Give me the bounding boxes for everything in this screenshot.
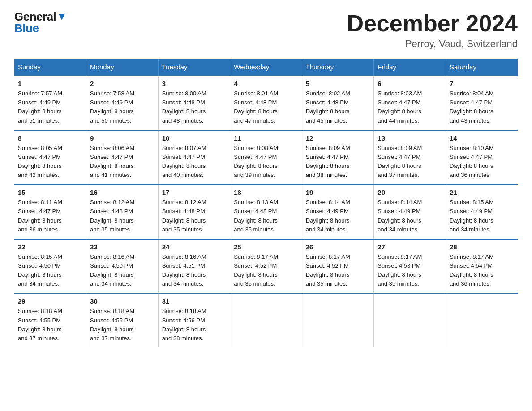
day-cell: 15 Sunrise: 8:11 AMSunset: 4:47 PMDaylig… (14, 184, 86, 239)
day-number: 8 (18, 134, 82, 142)
day-number: 31 (162, 297, 227, 305)
day-info: Sunrise: 8:02 AMSunset: 4:48 PMDaylight:… (306, 90, 350, 124)
day-number: 26 (306, 243, 370, 251)
day-number: 4 (234, 80, 298, 87)
week-row-1: 1 Sunrise: 7:57 AMSunset: 4:49 PMDayligh… (14, 76, 518, 130)
day-number: 30 (90, 297, 154, 305)
day-number: 1 (18, 80, 82, 87)
day-info: Sunrise: 8:17 AMSunset: 4:54 PMDaylight:… (450, 253, 494, 287)
calendar-table: SundayMondayTuesdayWednesdayThursdayFrid… (14, 59, 518, 347)
column-header-saturday: Saturday (446, 59, 518, 76)
day-number: 12 (306, 134, 370, 142)
day-cell: 24 Sunrise: 8:16 AMSunset: 4:51 PMDaylig… (158, 239, 230, 294)
logo-blue-text: Blue (14, 22, 67, 34)
week-row-5: 29 Sunrise: 8:18 AMSunset: 4:55 PMDaylig… (14, 293, 518, 347)
logo-triangle-icon (57, 12, 67, 22)
day-cell: 30 Sunrise: 8:18 AMSunset: 4:55 PMDaylig… (86, 293, 159, 347)
day-number: 3 (162, 80, 227, 87)
column-header-wednesday: Wednesday (230, 59, 302, 76)
day-cell: 29 Sunrise: 8:18 AMSunset: 4:55 PMDaylig… (14, 293, 86, 347)
day-info: Sunrise: 8:18 AMSunset: 4:56 PMDaylight:… (162, 308, 206, 341)
day-cell (230, 293, 302, 347)
day-info: Sunrise: 8:10 AMSunset: 4:47 PMDaylight:… (450, 145, 494, 178)
day-cell: 17 Sunrise: 8:12 AMSunset: 4:48 PMDaylig… (158, 184, 230, 239)
day-number: 28 (450, 243, 514, 251)
day-cell (302, 293, 374, 347)
day-cell: 26 Sunrise: 8:17 AMSunset: 4:52 PMDaylig… (302, 239, 374, 294)
day-number: 15 (18, 188, 82, 196)
day-cell: 22 Sunrise: 8:15 AMSunset: 4:50 PMDaylig… (14, 239, 86, 294)
day-cell: 1 Sunrise: 7:57 AMSunset: 4:49 PMDayligh… (14, 76, 86, 130)
day-info: Sunrise: 8:05 AMSunset: 4:47 PMDaylight:… (18, 145, 62, 178)
day-info: Sunrise: 8:12 AMSunset: 4:48 PMDaylight:… (90, 199, 134, 232)
day-cell: 12 Sunrise: 8:09 AMSunset: 4:47 PMDaylig… (302, 130, 374, 185)
day-number: 25 (234, 243, 298, 251)
day-cell: 14 Sunrise: 8:10 AMSunset: 4:47 PMDaylig… (446, 130, 518, 185)
day-cell: 16 Sunrise: 8:12 AMSunset: 4:48 PMDaylig… (86, 184, 159, 239)
day-cell: 25 Sunrise: 8:17 AMSunset: 4:52 PMDaylig… (230, 239, 302, 294)
day-number: 17 (162, 188, 227, 196)
day-info: Sunrise: 8:04 AMSunset: 4:47 PMDaylight:… (450, 90, 494, 124)
day-number: 16 (90, 188, 154, 196)
day-number: 7 (450, 80, 514, 87)
day-cell (446, 293, 518, 347)
day-info: Sunrise: 8:17 AMSunset: 4:53 PMDaylight:… (378, 253, 422, 287)
day-info: Sunrise: 8:09 AMSunset: 4:47 PMDaylight:… (378, 145, 422, 178)
day-info: Sunrise: 8:18 AMSunset: 4:55 PMDaylight:… (90, 308, 134, 341)
day-info: Sunrise: 8:16 AMSunset: 4:50 PMDaylight:… (90, 253, 134, 287)
day-info: Sunrise: 8:03 AMSunset: 4:47 PMDaylight:… (378, 90, 422, 124)
day-number: 13 (378, 134, 442, 142)
day-number: 21 (450, 188, 514, 196)
day-info: Sunrise: 8:08 AMSunset: 4:47 PMDaylight:… (234, 145, 278, 178)
day-number: 18 (234, 188, 298, 196)
day-number: 20 (378, 188, 442, 196)
day-info: Sunrise: 8:00 AMSunset: 4:48 PMDaylight:… (162, 90, 206, 124)
day-number: 24 (162, 243, 227, 251)
logo-general-text: General (14, 11, 56, 22)
title-block: December 2024 Perroy, Vaud, Switzerland (347, 11, 518, 50)
day-info: Sunrise: 8:18 AMSunset: 4:55 PMDaylight:… (18, 308, 62, 341)
day-cell: 20 Sunrise: 8:14 AMSunset: 4:49 PMDaylig… (374, 184, 446, 239)
day-info: Sunrise: 8:13 AMSunset: 4:48 PMDaylight:… (234, 199, 278, 232)
day-info: Sunrise: 8:12 AMSunset: 4:48 PMDaylight:… (162, 199, 206, 232)
page-subtitle: Perroy, Vaud, Switzerland (347, 38, 518, 50)
day-cell: 2 Sunrise: 7:58 AMSunset: 4:49 PMDayligh… (86, 76, 159, 130)
day-info: Sunrise: 8:17 AMSunset: 4:52 PMDaylight:… (234, 253, 278, 287)
day-number: 9 (90, 134, 154, 142)
week-row-2: 8 Sunrise: 8:05 AMSunset: 4:47 PMDayligh… (14, 130, 518, 185)
day-number: 6 (378, 80, 442, 87)
day-cell: 31 Sunrise: 8:18 AMSunset: 4:56 PMDaylig… (158, 293, 230, 347)
day-number: 22 (18, 243, 82, 251)
day-cell: 8 Sunrise: 8:05 AMSunset: 4:47 PMDayligh… (14, 130, 86, 185)
day-info: Sunrise: 7:58 AMSunset: 4:49 PMDaylight:… (90, 90, 134, 124)
column-header-thursday: Thursday (302, 59, 374, 76)
page-header: General Blue December 2024 Perroy, Vaud,… (14, 11, 518, 50)
day-info: Sunrise: 8:11 AMSunset: 4:47 PMDaylight:… (18, 199, 62, 232)
day-cell: 5 Sunrise: 8:02 AMSunset: 4:48 PMDayligh… (302, 76, 374, 130)
svg-marker-0 (59, 14, 65, 20)
week-row-3: 15 Sunrise: 8:11 AMSunset: 4:47 PMDaylig… (14, 184, 518, 239)
day-cell: 21 Sunrise: 8:15 AMSunset: 4:49 PMDaylig… (446, 184, 518, 239)
day-info: Sunrise: 8:01 AMSunset: 4:48 PMDaylight:… (234, 90, 278, 124)
day-info: Sunrise: 8:14 AMSunset: 4:49 PMDaylight:… (378, 199, 422, 232)
logo: General Blue (14, 11, 67, 34)
day-cell: 10 Sunrise: 8:07 AMSunset: 4:47 PMDaylig… (158, 130, 230, 185)
day-cell: 9 Sunrise: 8:06 AMSunset: 4:47 PMDayligh… (86, 130, 159, 185)
calendar-header-row: SundayMondayTuesdayWednesdayThursdayFrid… (14, 59, 518, 76)
column-header-sunday: Sunday (14, 59, 86, 76)
column-header-friday: Friday (374, 59, 446, 76)
column-header-tuesday: Tuesday (158, 59, 230, 76)
day-number: 5 (306, 80, 370, 87)
day-info: Sunrise: 8:07 AMSunset: 4:47 PMDaylight:… (162, 145, 206, 178)
day-cell: 27 Sunrise: 8:17 AMSunset: 4:53 PMDaylig… (374, 239, 446, 294)
day-cell: 11 Sunrise: 8:08 AMSunset: 4:47 PMDaylig… (230, 130, 302, 185)
day-info: Sunrise: 8:17 AMSunset: 4:52 PMDaylight:… (306, 253, 350, 287)
day-cell: 18 Sunrise: 8:13 AMSunset: 4:48 PMDaylig… (230, 184, 302, 239)
day-info: Sunrise: 8:09 AMSunset: 4:47 PMDaylight:… (306, 145, 350, 178)
day-info: Sunrise: 8:16 AMSunset: 4:51 PMDaylight:… (162, 253, 206, 287)
day-cell: 13 Sunrise: 8:09 AMSunset: 4:47 PMDaylig… (374, 130, 446, 185)
day-number: 29 (18, 297, 82, 305)
day-number: 10 (162, 134, 227, 142)
day-info: Sunrise: 8:06 AMSunset: 4:47 PMDaylight:… (90, 145, 134, 178)
day-number: 19 (306, 188, 370, 196)
